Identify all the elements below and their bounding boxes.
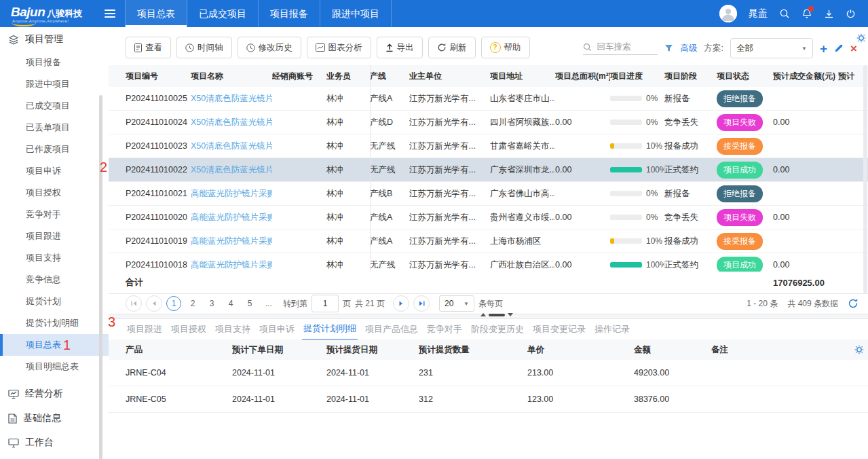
detail-tab-authorization[interactable]: 项目授权 [170,319,208,339]
detail-tab-competitors[interactable]: 竞争对手 [426,319,464,339]
splitter-handle[interactable] [480,313,513,316]
annotation-digit-3: 3 [108,315,115,329]
tab-project-filing[interactable]: 项目报备 [259,0,320,27]
sidebar-item-project-follow-up[interactable]: 项目跟进 [0,225,109,247]
download-icon[interactable] [824,9,834,19]
table-row[interactable]: P202411010021 高能蓝光防护镜片采购... 林冲 产线B 江苏万新光… [109,182,868,206]
sidebar-item-lost-projects[interactable]: 已丢单项目 [0,117,109,139]
sidebar-section-project-management[interactable]: 项目管理 [0,27,109,52]
page-number-4[interactable]: 4 [223,296,238,311]
cell-area: 0.00 [555,260,610,270]
page-ellipsis[interactable]: ... [261,296,276,311]
sidebar-item-project-appeal[interactable]: 项目申诉 [0,160,109,182]
collapse-up-icon[interactable] [480,313,486,316]
search-box[interactable] [583,41,658,55]
sidebar-item-voided-projects[interactable]: 已作废项目 [0,139,109,160]
project-name-link[interactable]: 高能蓝光防护镜片采购... [191,236,272,246]
project-name-link[interactable]: 高能蓝光防护镜片采购... [191,213,272,222]
brand-logo[interactable]: Bajun八骏科技 Anyone,Anytime,Anywhere! [0,5,100,23]
collapse-down-icon[interactable] [508,313,513,316]
sidebar-item-project-filing[interactable]: 项目报备 [0,52,109,73]
search-icon[interactable] [779,8,790,19]
edit-pencil-icon[interactable] [834,43,844,53]
table-row[interactable]: P202411010023 X50清底色防蓝光镜片... 林冲 无产线 江苏万新… [109,134,868,158]
cell-area: 0.00 [555,117,610,127]
detail-tab-delivery-plan-detail[interactable]: 提货计划明细 [302,318,358,340]
sidebar-item-competitive-info[interactable]: 竞争信息 [0,269,109,291]
page-number-3[interactable]: 3 [204,296,219,311]
detail-tab-change-log[interactable]: 项目变更记录 [531,319,587,339]
top-bar: Bajun八骏科技 Anyone,Anytime,Anywhere! 项目总表 … [0,0,868,27]
timeline-button[interactable]: 时间轴 [176,37,232,58]
help-button[interactable]: ? 帮助 [481,37,530,58]
sidebar-item-project-authorization[interactable]: 项目授权 [0,182,109,204]
tab-project-summary[interactable]: 项目总表 [125,0,187,27]
project-name-link[interactable]: X50清底色防蓝光镜片... [191,117,272,127]
history-button[interactable]: 修改历史 [238,37,301,58]
sidebar-item-closed-projects[interactable]: 已成交项目 [0,95,109,117]
table-row-selected[interactable]: P202411010022 X50清底色防蓝光镜片... 林冲 无产线 江苏万新… [109,158,868,182]
sidebar-section-basic-info[interactable]: 基础信息 [0,406,109,430]
menu-toggle-button[interactable] [105,7,115,20]
detail-tab-product-info[interactable]: 项目产品信息 [364,319,419,339]
sidebar-section-business-analysis[interactable]: 经营分析 [0,382,109,406]
project-name-link[interactable]: X50清底色防蓝光镜片... [191,165,272,175]
sidebar-item-project-summary[interactable]: 项目总表 [0,334,109,356]
detail-column-settings-gear-icon[interactable] [854,345,864,357]
search-input[interactable] [595,41,656,52]
advanced-search-link[interactable]: 高级 [680,43,697,54]
table-scrollbar[interactable] [863,65,867,293]
filter-funnel-icon[interactable] [664,44,673,52]
tab-following-projects[interactable]: 跟进中项目 [320,0,392,27]
sidebar-item-delivery-plan-detail[interactable]: 提货计划明细 [0,312,109,334]
first-page-button[interactable] [126,295,142,312]
table-row[interactable]: P202411010024 X50清底色防蓝光镜片... 林冲 产线D 江苏万新… [109,111,868,134]
column-settings-gear-icon[interactable] [856,33,866,45]
project-name-link[interactable]: X50清底色防蓝光镜片... [191,94,272,103]
table-row[interactable]: P202411010019 高能蓝光防护镜片采购... 林冲 产线A 江苏万新光… [109,230,868,253]
detail-tab-support[interactable]: 项目支持 [214,319,252,339]
scheme-select[interactable]: 全部 ▼ [730,38,813,58]
export-button[interactable]: 导出 [377,37,423,58]
notifications-bell-icon[interactable] [801,8,812,19]
detail-row[interactable]: JRNE-C04 2024-11-01 2024-11-01 231 213.0… [109,360,868,386]
table-row[interactable]: P202411010025 X50清底色防蓝光镜片... 林冲 产线A 江苏万新… [109,87,868,111]
page-size-select[interactable]: 20 ▼ [439,295,474,312]
project-name-link[interactable]: X50清底色防蓝光镜片... [191,141,272,151]
project-name-link[interactable]: 高能蓝光防护镜片采购... [191,189,272,198]
sidebar-section-workbench[interactable]: 工作台 [0,430,109,455]
add-scheme-button[interactable]: + [820,42,827,55]
refresh-button[interactable]: 刷新 [428,37,476,58]
goto-page-input[interactable] [312,295,339,312]
page-number-1[interactable]: 1 [166,296,181,311]
page-number-5[interactable]: 5 [242,296,257,311]
last-page-button[interactable] [413,295,430,312]
detail-row[interactable]: JRNE-C05 2024-11-01 2024-11-01 312 123.0… [109,386,868,413]
next-page-button[interactable] [393,295,409,312]
sidebar-item-following-projects[interactable]: 跟进中项目 [0,73,109,95]
detail-tab-appeal[interactable]: 项目申诉 [258,319,296,339]
sidebar-item-competitors[interactable]: 竞争对手 [0,204,109,225]
detail-tab-follow-up[interactable]: 项目跟进 [126,319,164,339]
table-row[interactable]: P202411010020 高能蓝光防护镜片采购... 林冲 产线A 江苏万新光… [109,206,868,230]
sidebar-item-project-detail-summary[interactable]: 项目明细总表 [0,356,109,378]
status-badge: 接受报备 [717,233,763,250]
drag-bar-icon[interactable] [489,314,505,316]
sidebar-scrollbar[interactable] [99,95,102,459]
chart-analysis-button[interactable]: 图表分析 [307,37,371,58]
user-avatar[interactable] [719,5,737,22]
logout-power-icon[interactable] [846,9,856,19]
reload-data-icon[interactable] [848,298,858,309]
page-number-2[interactable]: 2 [185,296,200,311]
detail-tab-stage-history[interactable]: 阶段变更历史 [470,319,525,339]
cell-delivery-date: 2024-11-01 [326,394,419,404]
progress-bar [610,120,642,125]
prev-page-button[interactable] [146,295,162,312]
detail-tab-operation-log[interactable]: 操作记录 [593,319,631,339]
project-name-link[interactable]: 高能蓝光防护镜片采购... [191,260,272,270]
view-button[interactable]: 查看 [126,37,171,58]
sidebar-item-project-support[interactable]: 项目支持 [0,247,109,269]
tab-closed-projects[interactable]: 已成交项目 [187,0,259,27]
pane-splitter[interactable] [109,314,868,319]
sidebar-item-delivery-plan[interactable]: 提货计划 [0,291,109,312]
